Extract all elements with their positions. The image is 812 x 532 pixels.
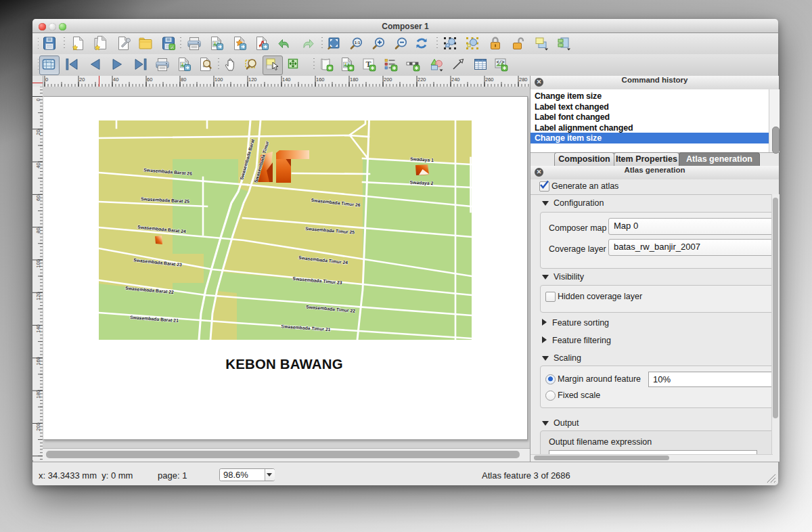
svg-text:</>: </>: [497, 60, 505, 65]
svg-text:1:1: 1:1: [355, 41, 361, 45]
